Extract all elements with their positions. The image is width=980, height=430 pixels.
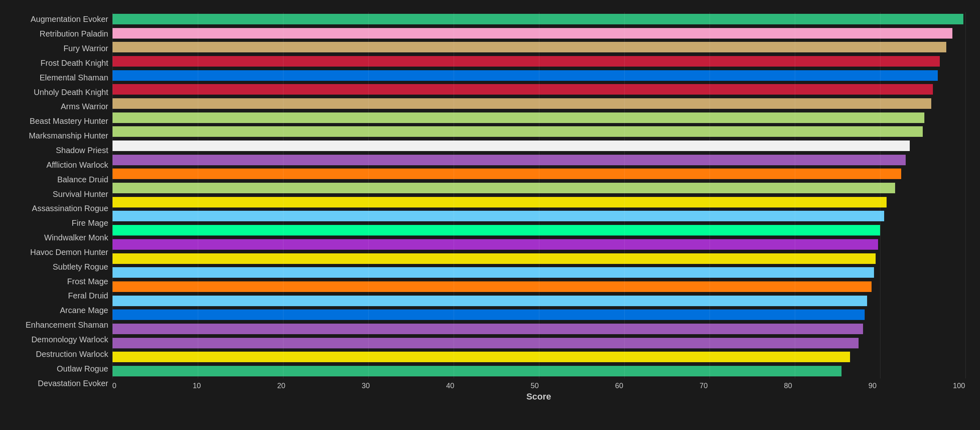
bar xyxy=(112,197,887,207)
bar xyxy=(112,296,868,306)
y-label: Marksmanship Hunter xyxy=(29,132,108,140)
bar-row xyxy=(112,154,965,166)
bar xyxy=(112,309,865,320)
bar xyxy=(112,366,842,376)
bar xyxy=(112,281,872,292)
y-label: Balance Druid xyxy=(57,175,108,184)
bar-row xyxy=(112,281,965,293)
bar-row xyxy=(112,55,965,67)
y-label: Outlaw Rogue xyxy=(57,365,108,373)
bar-row xyxy=(112,238,965,251)
y-label: Frost Death Knight xyxy=(41,59,108,67)
bar xyxy=(112,112,924,123)
chart-body: Augmentation EvokerRetribution PaladinFu… xyxy=(15,12,965,402)
bar xyxy=(112,140,910,151)
y-labels: Augmentation EvokerRetribution PaladinFu… xyxy=(15,12,112,402)
bar xyxy=(112,183,896,193)
bar-row xyxy=(112,295,965,307)
bar-row xyxy=(112,168,965,180)
y-label: Enhancement Shaman xyxy=(26,321,108,329)
bar xyxy=(112,169,902,179)
bar-row xyxy=(112,210,965,222)
bars-wrapper xyxy=(112,12,965,378)
bar xyxy=(112,28,953,39)
bars-area: 0102030405060708090100 Score xyxy=(112,12,965,402)
bar-row xyxy=(112,266,965,279)
y-label: Unholy Death Knight xyxy=(34,88,108,96)
bar-row xyxy=(112,323,965,335)
bar-row xyxy=(112,41,965,53)
bar xyxy=(112,239,878,250)
bar-row xyxy=(112,83,965,95)
bar-row xyxy=(112,351,965,363)
bar xyxy=(112,56,940,67)
bar xyxy=(112,14,964,24)
bar-row xyxy=(112,27,965,39)
bar xyxy=(112,253,876,264)
y-label: Retribution Paladin xyxy=(40,30,108,38)
y-label: Shadow Priest xyxy=(56,146,108,154)
y-label: Assassination Rogue xyxy=(32,204,108,212)
y-label: Arms Warrior xyxy=(61,102,108,110)
bar xyxy=(112,84,933,95)
x-axis: 0102030405060708090100 xyxy=(112,378,965,390)
bar xyxy=(112,155,906,165)
y-label: Beast Mastery Hunter xyxy=(30,117,108,125)
bar xyxy=(112,42,947,52)
x-tick: 90 xyxy=(868,382,876,390)
bar-row xyxy=(112,97,965,110)
x-tick: 60 xyxy=(615,382,623,390)
y-label: Demonology Warlock xyxy=(31,335,108,344)
x-tick: 40 xyxy=(446,382,454,390)
bar xyxy=(112,225,880,236)
bar-row xyxy=(112,309,965,321)
y-label: Windwalker Monk xyxy=(44,233,108,242)
bar xyxy=(112,126,923,137)
x-axis-label: Score xyxy=(112,390,965,402)
y-label: Subtlety Rogue xyxy=(53,263,108,271)
bar xyxy=(112,352,850,362)
bar xyxy=(112,267,874,278)
x-tick: 50 xyxy=(530,382,539,390)
y-label: Havoc Demon Hunter xyxy=(30,248,108,256)
x-tick: 0 xyxy=(112,382,117,390)
y-label: Feral Druid xyxy=(68,292,108,300)
y-label: Fury Warrior xyxy=(63,44,108,52)
bar xyxy=(112,211,885,221)
bar-row xyxy=(112,337,965,349)
y-label: Devastation Evoker xyxy=(38,379,108,387)
y-label: Fire Mage xyxy=(71,219,108,227)
bar xyxy=(112,70,938,81)
bar-row xyxy=(112,253,965,265)
bar-row xyxy=(112,69,965,82)
y-label: Affliction Warlock xyxy=(46,161,108,169)
y-label: Arcane Mage xyxy=(60,306,108,314)
x-tick: 80 xyxy=(784,382,792,390)
y-label: Elemental Shaman xyxy=(40,73,108,82)
bar xyxy=(112,338,859,348)
bar-row xyxy=(112,125,965,138)
y-label: Destruction Warlock xyxy=(36,350,108,358)
bar-row xyxy=(112,196,965,208)
bar-row xyxy=(112,182,965,194)
x-tick: 30 xyxy=(361,382,370,390)
chart-container: Augmentation EvokerRetribution PaladinFu… xyxy=(7,4,974,426)
y-label: Survival Hunter xyxy=(53,190,108,198)
x-tick: 70 xyxy=(699,382,707,390)
y-label: Frost Mage xyxy=(67,277,108,285)
x-tick: 100 xyxy=(953,382,965,390)
bar xyxy=(112,98,931,109)
y-label: Augmentation Evoker xyxy=(30,15,108,23)
bar-row xyxy=(112,365,965,377)
bar-row xyxy=(112,140,965,152)
x-tick: 20 xyxy=(277,382,285,390)
bar-row xyxy=(112,112,965,124)
bar-row xyxy=(112,224,965,236)
bar xyxy=(112,324,863,334)
x-tick: 10 xyxy=(193,382,201,390)
bar-row xyxy=(112,13,965,25)
